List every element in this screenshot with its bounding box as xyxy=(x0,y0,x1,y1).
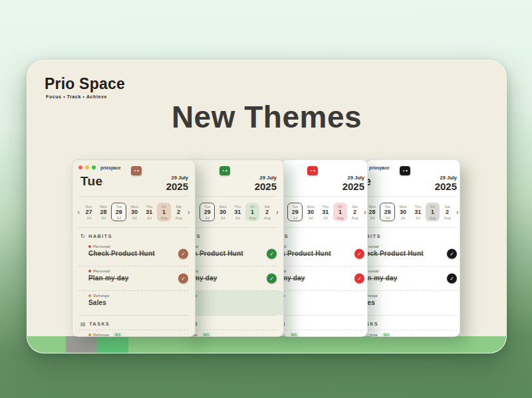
task-row[interactable]: ∨ Defonge0/1 Template Section 118:30 ✓ xyxy=(72,330,195,337)
day-month: Jul xyxy=(205,216,209,220)
promo-background: Prio Space Focus • Track • Achieve New T… xyxy=(0,0,532,398)
day-month: Jul xyxy=(220,216,225,220)
date-header: Tue 29 July 2025 xyxy=(72,172,195,196)
window-titlebar: priospace xyxy=(184,160,283,172)
habit-check-button[interactable]: ✓ xyxy=(354,249,364,259)
day-cell-thu[interactable]: Thu31Jul xyxy=(319,203,332,222)
strip-segment-green xyxy=(96,336,128,353)
window-titlebar: priospace xyxy=(366,160,460,172)
theme-panel-green: priospace Tue 29 July 2025 ‹ Sun27Jul Mo… xyxy=(184,159,284,337)
habit-check-button[interactable]: ✓ xyxy=(178,249,188,259)
minimize-window-icon[interactable] xyxy=(85,165,89,169)
next-week-button[interactable]: › xyxy=(186,209,192,216)
day-number: 1 xyxy=(251,209,254,216)
day-cell-thu[interactable]: Thu31Jul xyxy=(231,203,245,222)
habit-check-button[interactable]: ✓ xyxy=(447,249,457,259)
week-strip: ‹ Sun27Jul Mon28Jul Tue29Jul Wed30Jul Th… xyxy=(72,197,195,227)
next-week-button[interactable]: › xyxy=(362,209,368,216)
habit-row[interactable]: Defonge Sales xyxy=(72,291,195,315)
habit-row[interactable]: Defonge Sales xyxy=(184,291,283,315)
strip-segment-gray xyxy=(66,336,96,353)
habit-row[interactable]: Personal Plan my day ✓ xyxy=(72,266,195,290)
day-number: 1 xyxy=(431,209,434,216)
day-cell-mon[interactable]: Mon28Jul xyxy=(96,203,110,222)
week-strip: ‹ Sun27Jul Mon28Jul Tue29Jul Wed30Jul Th… xyxy=(366,197,460,227)
day-cell-tue-selected[interactable]: Tue29Jul xyxy=(111,203,126,222)
close-window-icon[interactable] xyxy=(78,165,82,169)
app-window: priospace Tue 29 July 2025 ‹ Sun27Jul Mo… xyxy=(281,160,368,337)
day-name: Mon xyxy=(100,205,107,209)
habit-row[interactable]: Personal Plan my day ✓ xyxy=(281,266,368,290)
next-week-button[interactable]: › xyxy=(275,209,280,216)
habit-row[interactable]: Personal Check Product Hunt ✓ xyxy=(281,242,368,266)
day-cell-tue-selected[interactable]: Tue29Jul xyxy=(380,203,395,222)
day-cell-fri-highlighted[interactable]: Fri1Aug xyxy=(426,203,440,222)
day-number: 30 xyxy=(307,209,314,216)
habit-row[interactable]: Personal Check Product Hunt ✓ xyxy=(72,242,195,266)
page-title: New Themes xyxy=(27,99,506,135)
app-window: priospace Tue 29 July 2025 ‹ Sun27Jul Mo… xyxy=(184,160,283,337)
theme-icon[interactable] xyxy=(400,166,410,175)
day-cell-wed[interactable]: Wed30Jul xyxy=(127,203,141,222)
day-cell-fri-highlighted[interactable]: Fri1Aug xyxy=(157,203,171,222)
day-cell-thu[interactable]: Thu31Jul xyxy=(411,203,425,222)
day-cell-wed[interactable]: Wed30Jul xyxy=(396,203,410,222)
window-title: priospace xyxy=(369,165,390,170)
task-row[interactable]: ∨ Defonge0/1 Template Section 118:30 ✓ xyxy=(281,330,368,337)
day-cell-sun[interactable]: Sun27Jul xyxy=(82,203,96,222)
habit-check-button[interactable]: ✓ xyxy=(354,274,364,284)
day-number: 30 xyxy=(219,209,226,216)
day-cell-tue-selected[interactable]: Tue29Jul xyxy=(287,203,303,222)
habit-row[interactable]: Personal Check Product Hunt ✓ xyxy=(366,242,460,266)
habit-row[interactable]: Defonge Sales xyxy=(281,291,368,315)
day-cell-thu[interactable]: Thu31Jul xyxy=(142,203,156,222)
theme-panel-red: priospace Tue 29 July 2025 ‹ Sun27Jul Mo… xyxy=(281,159,368,337)
divider xyxy=(78,315,189,316)
theme-icon[interactable] xyxy=(131,166,142,175)
habit-check-button[interactable]: ✓ xyxy=(267,249,277,259)
habit-category: Personal xyxy=(88,245,175,249)
prev-week-button[interactable]: ‹ xyxy=(76,209,81,216)
task-row[interactable]: ∨ Defonge0/1 Template Section 118:30 ✓ xyxy=(366,330,460,337)
week-strip: ‹ Sun27Jul Mon28Jul Tue29Jul Wed30Jul Th… xyxy=(281,197,368,227)
habits-section-header: ↻HABITS xyxy=(80,233,187,239)
day-name: Fri xyxy=(250,205,254,209)
day-cell-sat[interactable]: Sat2Aug xyxy=(260,203,274,222)
day-cell-sat[interactable]: Sat2Aug xyxy=(440,203,454,222)
habit-row[interactable]: Personal Plan my day ✓ xyxy=(366,266,460,290)
habit-row[interactable]: Personal Check Product Hunt ✓ xyxy=(184,242,283,266)
theme-icon[interactable] xyxy=(307,166,318,175)
day-month: Jul xyxy=(370,216,374,220)
day-cell-tue-selected[interactable]: Tue29Jul xyxy=(200,203,215,222)
day-name: Fri xyxy=(430,205,434,209)
day-name: Tue xyxy=(116,205,122,209)
habit-row[interactable]: Defonge Sales xyxy=(366,291,460,315)
category-dot-icon xyxy=(88,334,91,336)
habit-check-button[interactable]: ✓ xyxy=(447,274,457,284)
day-cell-fri-highlighted[interactable]: Fri1Aug xyxy=(333,203,347,222)
habit-check-button[interactable]: ✓ xyxy=(267,274,277,284)
category-dot-icon xyxy=(88,294,91,297)
task-row[interactable]: ∨ Defonge0/1 Template Section 118:30 ✓ xyxy=(184,330,283,337)
habit-row[interactable]: Personal Plan my day ✓ xyxy=(184,266,283,290)
habit-category: Personal xyxy=(88,269,175,273)
next-week-button[interactable]: › xyxy=(455,209,460,216)
day-cell-wed[interactable]: Wed30Jul xyxy=(215,203,229,222)
theme-icon-dot xyxy=(313,170,315,172)
traffic-lights[interactable] xyxy=(78,165,96,169)
day-number: 29 xyxy=(116,209,122,216)
day-name: Wed xyxy=(399,205,406,209)
habit-category: Personal xyxy=(366,245,444,249)
day-name: Sun xyxy=(86,205,92,209)
theme-icon[interactable] xyxy=(219,166,230,175)
day-cell-wed[interactable]: Wed30Jul xyxy=(303,203,317,222)
habit-check-button[interactable]: ✓ xyxy=(178,274,188,284)
day-number: 31 xyxy=(414,209,421,216)
day-cell-mon[interactable]: Mon28Jul xyxy=(366,203,379,222)
zoom-window-icon[interactable] xyxy=(92,165,96,169)
day-cell-fri-highlighted[interactable]: Fri1Aug xyxy=(245,203,259,222)
day-cell-sat[interactable]: Sat2Aug xyxy=(172,203,186,222)
brand-tagline: Focus • Track • Achieve xyxy=(45,94,125,99)
day-cell-sat[interactable]: Sat2Aug xyxy=(348,203,362,222)
day-name: Fri xyxy=(338,205,342,209)
